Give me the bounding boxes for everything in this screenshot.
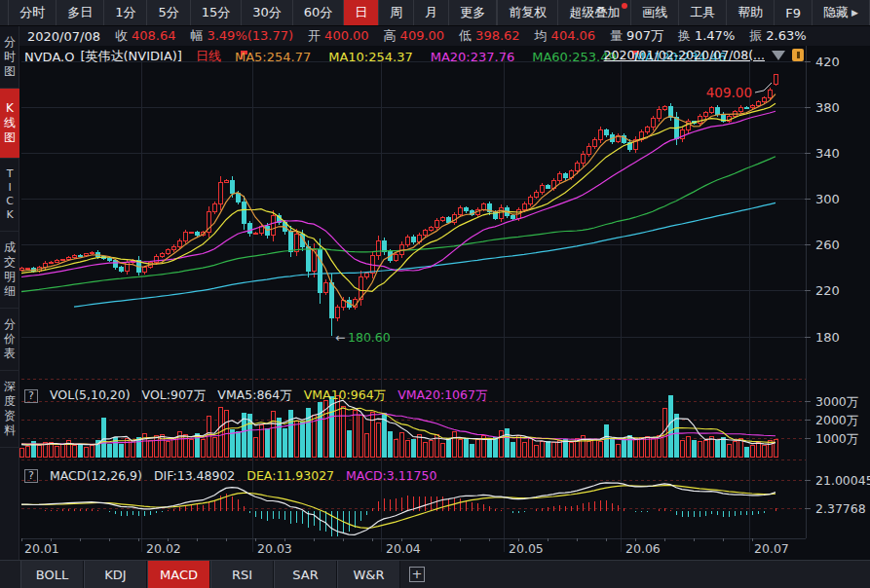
quote-field-换: 换1.47% [678,27,735,45]
quote-field-label: 开 [308,28,321,43]
stock-app-window: 分时多日1分5分15分30分60分日周月更多 前复权超级叠加画线工具帮助F9隐藏… [0,0,870,588]
date-range-link[interactable]: 2020/01/02-2020/07/08(... [604,48,765,62]
indicator-tabbar: BOLLKDJMACDRSISARW&R + [0,560,870,588]
quote-field-label: 幅 [190,28,203,43]
chevron-right-icon: ▶ [851,8,858,18]
price-ma-lines [21,94,775,308]
quote-field-label: 量 [610,28,623,43]
quote-field-value: 907万 [626,28,663,43]
svg-text:2000万: 2000万 [815,413,858,427]
volume-label: VMA20:1067万 [397,387,487,404]
volume-indicator-labels: VOL(5,10,20)VOL:907万VMA5:864万VMA10:964万V… [50,387,487,404]
macd-lines [21,483,775,534]
quote-field-value: 1.47% [695,28,735,43]
indicator-tab-BOLL[interactable]: BOLL [20,561,84,588]
period-tab-30分[interactable]: 30分 [242,0,293,25]
lock-icon[interactable] [792,49,804,61]
quote-field-高: 高409.00 [384,27,445,45]
period-tabs: 分时多日1分5分15分30分60分日周月更多 [9,0,497,25]
quote-date: 2020/07/08 [27,29,100,44]
svg-text:1000万: 1000万 [815,431,858,446]
svg-text:20.04: 20.04 [386,541,421,556]
svg-text:20.02: 20.02 [146,541,181,556]
period-label: 日线 [196,48,221,65]
sidebar-item-TICK[interactable]: TICK [0,159,19,232]
view-sidebar: 分时图K线图TICK成交明细分价表深度资料 [0,26,19,588]
volume-help-icon[interactable]: ? [24,389,38,403]
toolbar-action-前复权[interactable]: 前复权 [497,0,558,25]
quote-field-振: 振2.63% [749,27,806,45]
period-tab-1分[interactable]: 1分 [104,0,147,25]
volume-pane-header: ? VOL(5,10,20)VOL:907万VMA5:864万VMA10:964… [24,387,487,404]
price-axis-labels: 4203803403002602201803000万2000万1000万21.0… [805,55,870,516]
period-tab-60分[interactable]: 60分 [293,0,345,25]
sidebar-item-深度资料[interactable]: 深度资料 [0,371,19,448]
sidebar-item-分价表[interactable]: 分价表 [0,309,19,371]
add-indicator-button[interactable]: + [405,561,429,588]
quote-field-label: 振 [749,28,762,43]
svg-text:3000万: 3000万 [815,394,858,409]
ma-label: MA20:237.76 [431,50,515,64]
low-price-annotation: ←180.60 [335,330,391,345]
toolbar-action-工具[interactable]: 工具 [679,0,727,25]
x-axis-labels: 20.0120.0220.0320.0420.0520.0620.07 [24,541,789,556]
sidebar-item-分时图[interactable]: 分时图 [0,26,19,89]
ma-label: MA10:254.37 [328,50,413,64]
period-tab-日[interactable]: 日 [344,0,379,25]
svg-text:20.03: 20.03 [257,541,292,556]
period-tab-月[interactable]: 月 [414,0,449,25]
toolbar-action-F9[interactable]: F9 [775,0,813,25]
macd-histogram [45,494,775,536]
period-tab-周[interactable]: 周 [379,0,414,25]
toolbar-action-隐藏[interactable]: 隐藏▶ [813,0,870,25]
svg-text:420: 420 [815,55,840,69]
filter-triangle-icon[interactable] [772,51,785,60]
quote-fields: 收408.64幅3.49%(13.77)开400.00高409.00低398.6… [115,27,807,45]
macd-help-icon[interactable]: ? [24,469,38,483]
macd-pane-header: ? MACD(12,26,9)DIF:13.48902DEA:11.93027M… [24,468,436,483]
sidebar-item-成交明细[interactable]: 成交明细 [0,232,19,309]
indicator-tab-KDJ[interactable]: KDJ [84,561,147,588]
quote-field-收: 收408.64 [115,27,176,45]
chart-area: 4203803403002602201803000万2000万1000万21.0… [19,46,870,560]
svg-text:180: 180 [815,330,840,345]
plus-icon: + [409,567,425,582]
svg-text:260: 260 [815,238,840,252]
quote-info-bar: 2020/07/08 收408.64幅3.49%(13.77)开400.00高4… [19,26,870,46]
svg-text:20.06: 20.06 [625,541,661,556]
indicator-tab-SAR[interactable]: SAR [274,561,337,588]
svg-text:2.37768: 2.37768 [815,501,866,516]
svg-text:409.00: 409.00 [706,85,752,100]
quote-field-label: 收 [115,28,128,43]
period-tab-更多[interactable]: 更多 [449,0,497,25]
notification-dot [622,3,627,9]
quote-field-量: 量907万 [610,27,663,45]
period-tab-15分[interactable]: 15分 [191,0,243,25]
quote-field-value: 408.64 [132,28,176,43]
quote-field-label: 低 [459,28,472,43]
indicator-tab-RSI[interactable]: RSI [210,561,274,588]
macd-indicator-labels: MACD(12,26,9)DIF:13.48902DEA:11.93027MAC… [50,468,436,483]
period-tab-5分[interactable]: 5分 [147,0,190,25]
toolbar-action-帮助[interactable]: 帮助 [727,0,775,25]
volume-label: VOL:907万 [142,387,207,404]
macd-label: MACD:3.11750 [346,468,436,483]
toolbar-action-超级叠加[interactable]: 超级叠加 [558,0,631,25]
indicator-tab-W&R[interactable]: W&R [337,561,400,588]
svg-text:←: ← [335,330,345,345]
period-tab-分时[interactable]: 分时 [9,0,57,25]
volume-label: VMA5:864万 [217,387,291,404]
svg-text:21.00045: 21.00045 [815,473,870,488]
period-toolbar: 分时多日1分5分15分30分60分日周月更多 前复权超级叠加画线工具帮助F9隐藏… [0,0,870,26]
sidebar-item-K线图[interactable]: K线图 [0,89,19,159]
macd-label: MACD(12,26,9) [50,468,142,483]
symbol-code: NVDA.O [24,50,74,64]
indicator-tab-MACD[interactable]: MACD [147,561,210,588]
toolbar-action-画线[interactable]: 画线 [631,0,679,25]
symbol-name: [英伟达(NVIDIA)] [80,48,181,65]
svg-text:20.07: 20.07 [754,541,789,556]
period-tab-多日[interactable]: 多日 [57,0,104,25]
toolbar-actions: 前复权超级叠加画线工具帮助F9隐藏▶ [497,0,870,25]
svg-text:340: 340 [815,146,840,161]
svg-text:300: 300 [815,192,840,206]
